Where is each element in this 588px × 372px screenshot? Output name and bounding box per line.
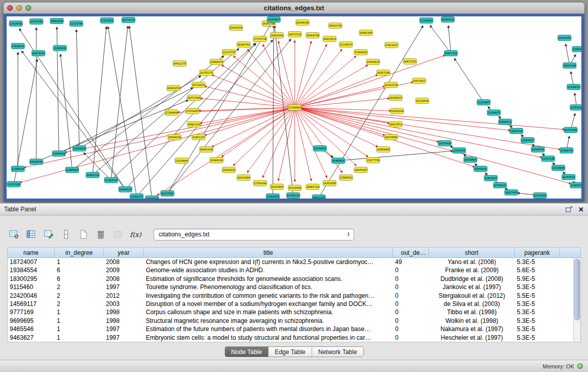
graph-node[interactable]: 11253987: [477, 100, 490, 105]
graph-node[interactable]: 18945287: [354, 167, 367, 173]
graph-node[interactable]: 12239461: [420, 18, 433, 24]
graph-node[interactable]: 10346791: [531, 147, 545, 152]
graph-node[interactable]: 19088379: [210, 59, 223, 65]
graph-node[interactable]: 18772396: [187, 95, 201, 101]
cell-year[interactable]: 1997: [104, 334, 144, 342]
cell-out_de[interactable]: 0: [393, 308, 429, 316]
table-row[interactable]: 1830029562008Estimation of significance …: [8, 275, 580, 283]
graph-node[interactable]: 12648463: [52, 151, 66, 157]
graph-edge[interactable]: [24, 107, 295, 167]
cell-out_de[interactable]: 0: [393, 300, 429, 308]
cell-name[interactable]: 19384554: [8, 266, 55, 274]
graph-node[interactable]: 11864410: [510, 128, 523, 134]
table-row[interactable]: 969969511998Structural magnetic resonanc…: [8, 317, 580, 325]
graph-node[interactable]: 18254064: [270, 184, 284, 190]
cell-out_de[interactable]: 0: [393, 266, 429, 274]
cell-short[interactable]: Tibbo et al. (1998): [429, 308, 515, 316]
cell-title[interactable]: Estimation of significance thresholds fo…: [144, 275, 393, 283]
graph-node[interactable]: 21228157: [339, 42, 353, 48]
cell-year[interactable]: 2008: [104, 275, 144, 283]
cell-title[interactable]: Embryonic stem cells: a model to study s…: [144, 334, 393, 342]
cell-short[interactable]: Franke et al. (2009): [429, 266, 515, 274]
column-header-short[interactable]: short: [429, 248, 515, 257]
graph-node[interactable]: 12528806: [552, 165, 565, 171]
graph-node[interactable]: 16574927: [412, 78, 426, 84]
graph-node[interactable]: 17699443: [354, 50, 367, 55]
graph-node[interactable]: 19230646: [416, 98, 429, 104]
graph-edge[interactable]: [137, 40, 273, 196]
graph-node[interactable]: 19351955: [323, 181, 336, 186]
cell-in_degree[interactable]: 6: [55, 275, 104, 283]
graph-edge[interactable]: [295, 56, 356, 107]
graph-node[interactable]: 10555142: [441, 17, 454, 23]
graph-node[interactable]: 12063947: [484, 176, 497, 181]
cell-short[interactable]: Stergiakouli et al. (2012): [429, 292, 515, 300]
graph-node[interactable]: 10821355: [312, 195, 325, 199]
graph-edge[interactable]: [125, 43, 256, 189]
graph-edge[interactable]: [222, 107, 295, 157]
graph-node[interactable]: 19664269: [270, 33, 284, 38]
cell-name[interactable]: 9115460: [8, 283, 55, 291]
delete-table-icon[interactable]: [94, 228, 107, 241]
graph-node[interactable]: 11429702: [9, 21, 23, 27]
graph-edge[interactable]: [76, 30, 79, 148]
cell-title[interactable]: Structural magnetic resonance image aver…: [144, 317, 393, 325]
graph-node[interactable]: 12356781: [452, 148, 466, 154]
cell-short[interactable]: Jankovic et al. (1997): [429, 283, 515, 291]
graph-node[interactable]: 20357209: [377, 70, 390, 76]
graph-node[interactable]: 10764529: [562, 174, 575, 180]
cell-title[interactable]: Disruption of a novel member of a sodium…: [144, 300, 393, 308]
citation-network-graph[interactable]: 1724096619565344188278722067958615950004…: [7, 16, 581, 199]
graph-node[interactable]: 20564253: [167, 85, 180, 91]
graph-node[interactable]: 12151328: [7, 182, 20, 187]
graph-node[interactable]: 19014904: [237, 175, 250, 181]
cell-in_degree[interactable]: 1: [55, 308, 104, 316]
graph-node[interactable]: 16415990: [288, 185, 301, 191]
cell-short[interactable]: Hescheler et al. (1997): [429, 334, 515, 342]
graph-node[interactable]: 16647294: [444, 51, 458, 56]
cell-year[interactable]: 2008: [104, 258, 144, 266]
scrollbar-thumb[interactable]: [574, 259, 580, 320]
graph-node[interactable]: 11944857: [267, 17, 280, 23]
float-panel-icon[interactable]: [565, 206, 573, 213]
cell-pagerank[interactable]: 5.6E-5: [515, 266, 560, 274]
function-builder-icon[interactable]: f(x): [129, 228, 142, 241]
cell-pagerank[interactable]: 5.3E-5: [515, 308, 560, 316]
table-row[interactable]: 1938455462009Genome-wide association stu…: [8, 266, 580, 274]
network-window-titlebar[interactable]: citations_edges.txt: [4, 3, 584, 14]
graph-node[interactable]: 10694136: [119, 187, 132, 192]
cell-short[interactable]: Yano et al. (2008): [429, 258, 515, 266]
cell-in_degree[interactable]: 1: [55, 317, 104, 325]
graph-node[interactable]: 11569463: [266, 194, 279, 199]
graph-node[interactable]: 12083412: [572, 47, 581, 52]
graph-node[interactable]: 10237581: [161, 191, 174, 196]
graph-edge[interactable]: [247, 107, 295, 172]
graph-edge[interactable]: [65, 107, 295, 152]
graph-node[interactable]: 15349451: [313, 146, 326, 151]
column-header-out_de[interactable]: △out_de…: [393, 248, 429, 257]
graph-edge[interactable]: [204, 107, 295, 135]
cell-year[interactable]: 1998: [104, 308, 144, 316]
graph-node[interactable]: 21173776: [222, 50, 235, 55]
graph-node[interactable]: 10758291: [493, 183, 507, 188]
graph-edge[interactable]: [430, 26, 451, 53]
graph-node[interactable]: 12810021: [11, 43, 25, 49]
show-columns-icon[interactable]: [25, 228, 38, 241]
edit-columns-icon[interactable]: [42, 228, 55, 241]
network-canvas[interactable]: 1724096619565344188278722067958615950004…: [7, 16, 581, 199]
graph-node[interactable]: 10915328: [563, 63, 576, 69]
graph-node[interactable]: 11358264: [11, 166, 25, 172]
import-table-icon[interactable]: [112, 228, 125, 241]
graph-node[interactable]: 17885552: [339, 175, 353, 181]
graph-node[interactable]: 11349876: [567, 84, 580, 90]
graph-node[interactable]: 10539864: [464, 157, 477, 163]
graph-node[interactable]: 11782544: [104, 178, 118, 183]
table-row[interactable]: 946554611997Estimation of the future num…: [8, 325, 580, 333]
graph-node[interactable]: 11845632: [474, 166, 487, 172]
cell-name[interactable]: 9699695: [8, 317, 55, 325]
vertical-scrollbar[interactable]: [573, 258, 580, 342]
row-height-icon[interactable]: [59, 228, 73, 241]
cell-name[interactable]: 9465546: [8, 325, 55, 333]
graph-node[interactable]: 10927465: [505, 190, 518, 195]
cell-short[interactable]: Nakamura et al. (1997): [429, 325, 515, 333]
